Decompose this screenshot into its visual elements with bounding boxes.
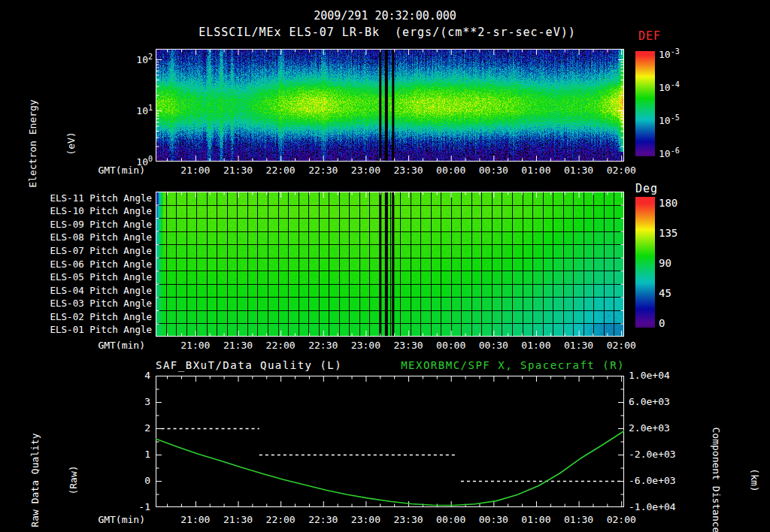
distance-ytick-label: -1.0e+04 [629, 502, 676, 513]
time-tick-label: 21:00 [180, 340, 210, 352]
energy-axis-title: Electron Energy (eV) [1, 38, 103, 249]
energy-axis-title-line1: Electron Energy [26, 38, 39, 249]
def-colorbar [635, 51, 655, 156]
pitch-row-label: ELS-01 Pitch Angle [50, 325, 152, 335]
time-tick-label: 00:30 [479, 340, 508, 352]
pitch-row-label: ELS-08 Pitch Angle [50, 232, 152, 243]
page-title: 2009/291 20:32:00.000 [314, 10, 456, 23]
time-tick-label: 01:00 [521, 165, 550, 177]
time-tick-label: 21:30 [223, 165, 253, 177]
raw-quality-axis-title-line2: (Raw) [67, 375, 80, 532]
quality-ytick-label: 1 [144, 449, 150, 461]
time-tick-label: 21:00 [180, 515, 210, 526]
pitch-row-label: ELS-02 Pitch Angle [50, 311, 152, 322]
time-tick-label: 22:00 [266, 515, 296, 526]
time-tick-label: 00:30 [479, 515, 508, 526]
energy-spectrogram-canvas [156, 49, 624, 162]
time-tick-label: 01:30 [564, 515, 593, 526]
pitch-row-label: ELS-11 Pitch Angle [50, 193, 152, 204]
time-tick-label: 02:00 [607, 340, 636, 352]
pitch-row-label: ELS-07 Pitch Angle [50, 246, 152, 256]
spacecraft-series-title: MEXORBMC/SPF X, Spacecraft (R) [401, 359, 625, 371]
timeseries-canvas [156, 376, 624, 507]
deg-colorbar-tick-label: 0 [659, 317, 665, 329]
deg-colorbar-tick-label: 90 [659, 257, 671, 269]
time-tick-label: 21:30 [223, 340, 253, 352]
time-tick-label: 00:00 [436, 515, 465, 526]
quality-ytick-label: 4 [144, 370, 150, 382]
gmt-axis-label-2: GMT(min) [77, 340, 145, 352]
pitch-row-label: ELS-03 Pitch Angle [50, 298, 152, 309]
component-distance-axis-title-units: (km) [748, 375, 761, 532]
def-colorbar-tick-label: 10-5 [659, 113, 680, 127]
pitch-row-label: ELS-10 Pitch Angle [50, 206, 152, 216]
gmt-axis-label-1: GMT(min) [77, 165, 145, 177]
energy-ytick-label: 100 [136, 155, 153, 168]
time-tick-label: 23:00 [351, 340, 380, 352]
quality-series-title: SAF_BXuT/Data Quality (L) [156, 359, 342, 371]
pitch-row-label: ELS-09 Pitch Angle [50, 219, 152, 230]
time-tick-label: 01:00 [521, 340, 550, 352]
time-tick-label: 23:00 [351, 165, 380, 177]
time-tick-label: 21:30 [223, 515, 253, 526]
gmt-axis-label-3: GMT(min) [77, 515, 145, 526]
quality-ytick-label: -1 [138, 502, 150, 513]
time-tick-label: 23:30 [393, 515, 423, 526]
quality-ytick-label: 3 [144, 397, 150, 408]
plot-subtitle: ELSSCIL/MEx ELS-07 LR-Bk(ergs/(cm**2-sr-… [199, 26, 576, 39]
deg-colorbar-label: Deg [635, 183, 658, 195]
distance-ytick-label: 1.0e+04 [629, 370, 670, 382]
def-colorbar-tick-label: 10-3 [659, 47, 680, 61]
def-colorbar-tick-label: 10-4 [659, 80, 680, 94]
energy-ytick-label: 101 [136, 104, 153, 117]
time-tick-label: 23:00 [351, 515, 380, 526]
distance-ytick-label: 2.0e+03 [629, 423, 670, 434]
time-tick-label: 02:00 [607, 165, 636, 177]
plot-screen: 2009/291 20:32:00.000 ELSSCIL/MEx ELS-07… [0, 0, 770, 532]
raw-quality-axis-title-line1: Raw Data Quality [29, 375, 41, 532]
component-distance-axis-title: (km) Component Distance [684, 375, 770, 532]
deg-colorbar [635, 197, 655, 328]
def-colorbar-tick-label: 10-6 [659, 146, 680, 159]
pitch-row-label: ELS-05 Pitch Angle [50, 272, 152, 283]
energy-axis-title-line2: (eV) [65, 38, 77, 249]
def-colorbar-label: DEF [638, 30, 661, 43]
distance-ytick-label: 6.0e+03 [629, 397, 670, 408]
time-tick-label: 01:00 [521, 515, 550, 526]
time-tick-label: 23:30 [393, 165, 423, 177]
deg-colorbar-tick-label: 180 [659, 197, 678, 209]
time-tick-label: 22:30 [308, 165, 338, 177]
time-tick-label: 01:30 [564, 340, 593, 352]
time-tick-label: 22:00 [266, 340, 296, 352]
time-tick-label: 23:30 [393, 340, 423, 352]
time-tick-label: 00:00 [436, 165, 465, 177]
time-tick-label: 22:30 [308, 340, 338, 352]
time-tick-label: 00:30 [479, 165, 508, 177]
time-tick-label: 22:30 [308, 515, 338, 526]
pitch-row-label: ELS-04 Pitch Angle [50, 285, 152, 295]
time-tick-label: 01:30 [564, 165, 593, 177]
plot-subtitle-name: ELSSCIL/MEx ELS-07 LR-Bk [199, 26, 380, 39]
quality-ytick-label: 0 [144, 476, 150, 487]
time-tick-label: 02:00 [607, 515, 636, 526]
deg-colorbar-tick-label: 45 [659, 287, 671, 299]
plot-subtitle-units: (ergs/(cm**2-sr-sec-eV)) [395, 26, 576, 39]
time-tick-label: 21:00 [180, 165, 210, 177]
raw-quality-axis-title: Raw Data Quality (Raw) [3, 375, 105, 532]
energy-ytick-label: 102 [136, 53, 153, 66]
deg-colorbar-tick-label: 135 [659, 227, 678, 239]
distance-ytick-label: -2.0e+03 [629, 449, 676, 461]
quality-ytick-label: 2 [144, 423, 150, 434]
time-tick-label: 00:00 [436, 340, 465, 352]
pitch-row-label: ELS-06 Pitch Angle [50, 258, 152, 269]
component-distance-axis-title-line1: Component Distance [710, 375, 723, 532]
pitch-angle-canvas [156, 192, 624, 337]
distance-ytick-label: -6.0e+03 [629, 476, 676, 487]
time-tick-label: 22:00 [266, 165, 296, 177]
